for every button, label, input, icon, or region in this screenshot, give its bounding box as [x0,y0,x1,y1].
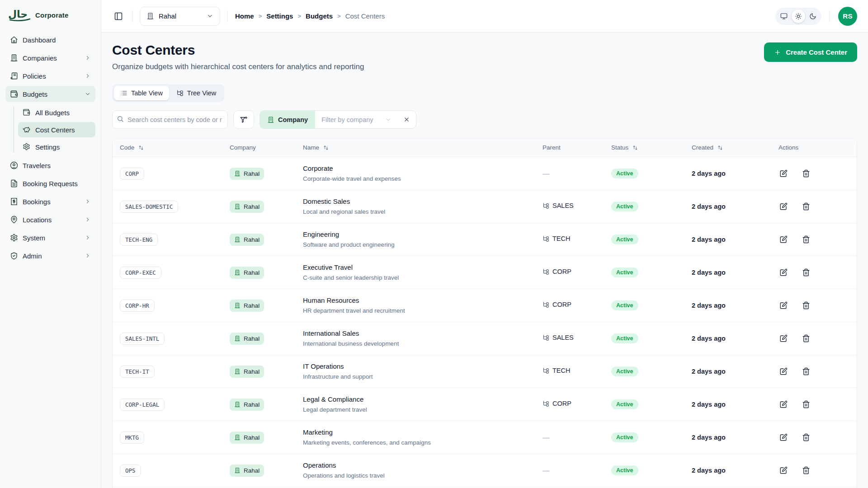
breadcrumb-budgets[interactable]: Budgets [306,12,333,20]
sidebar-item-budgets[interactable]: Budgets [5,86,95,102]
column-header-name[interactable]: Name [296,138,535,157]
delete-button[interactable] [801,235,811,244]
delete-button[interactable] [801,300,811,310]
sidebar-item-policies[interactable]: Policies [5,68,95,84]
cell-status: Active [604,366,684,376]
breadcrumb-settings[interactable]: Settings [266,12,293,20]
cell-actions [771,366,857,376]
sort-icon[interactable] [632,145,638,151]
delete-button[interactable] [801,267,811,277]
column-header-label: Created [692,144,713,151]
sidebar-item-cost-centers[interactable]: Cost Centers [18,122,95,137]
theme-dark-button[interactable] [806,9,820,23]
sidebar-item-booking-requests[interactable]: Booking Requests [5,175,95,192]
sidebar-item-bookings[interactable]: Bookings [5,193,95,210]
cell-code: SALES-DOMESTIC [113,201,222,213]
company-filter-chip-label: Company [278,116,308,123]
status-badge: Active [611,169,638,178]
edit-button[interactable] [778,169,788,178]
company-pill: Rahal [230,333,264,345]
parent-empty: — [542,466,549,474]
sidebar-item-label: Admin [23,252,80,260]
company-selector[interactable]: Rahal [140,7,220,26]
cost-center-description: Operations and logistics travel [303,472,528,480]
sidebar-item-system[interactable]: System [5,230,95,246]
edit-icon [779,433,788,441]
search-input[interactable] [112,110,228,129]
delete-button[interactable] [801,169,811,178]
cell-actions [771,202,857,211]
edit-button[interactable] [778,235,788,244]
edit-button[interactable] [778,333,788,343]
topbar-right: RS [775,7,857,26]
edit-button[interactable] [778,267,788,277]
cell-created: 2 days ago [684,467,771,474]
delete-button[interactable] [801,432,811,442]
gear-icon [10,234,18,242]
edit-button[interactable] [778,366,788,376]
sidebar-toggle-button[interactable] [112,10,125,23]
sidebar-item-companies[interactable]: Companies [5,50,95,66]
cell-actions [771,333,857,343]
cost-centers-table: CodeCompanyNameParentStatusCreatedAction… [112,138,857,488]
delete-button[interactable] [801,399,811,409]
breadcrumb-home[interactable]: Home [235,12,254,20]
parent-value: TECH [542,367,570,374]
topbar-divider [227,10,228,22]
delete-button[interactable] [801,465,811,475]
delete-button[interactable] [801,366,811,376]
plus-icon [774,49,781,56]
delete-button[interactable] [801,202,811,211]
cell-status: Active [604,465,684,475]
edit-button[interactable] [778,465,788,475]
building-icon [234,434,241,441]
sidebar-subgroup-budgets: All BudgetsCost CentersSettings [14,105,95,155]
breadcrumb-separator: > [259,13,262,19]
edit-button[interactable] [778,399,788,409]
sort-icon[interactable] [717,145,723,151]
edit-icon [779,367,788,375]
cell-name: CorporateCorporate-wide travel and expen… [296,164,535,183]
view-toggle: Table ViewTree View [112,84,224,102]
company-selector-label: Rahal [159,12,202,20]
view-toggle-tree-view[interactable]: Tree View [170,86,222,100]
theme-light-button[interactable] [792,9,805,23]
status-badge: Active [611,300,638,310]
table-row: CORP-EXECRahalExecutive TravelC-suite an… [113,256,857,289]
edit-button[interactable] [778,202,788,211]
column-header-code[interactable]: Code [113,138,222,157]
theme-system-button[interactable] [777,9,791,23]
cell-code: CORP [113,168,222,180]
create-cost-center-button[interactable]: Create Cost Center [764,42,857,62]
sort-icon[interactable] [138,145,144,151]
map-pin-icon [10,216,18,224]
cell-status: Active [604,169,684,178]
code-badge: TECH-IT [120,366,155,378]
sidebar-item-all-budgets[interactable]: All Budgets [18,105,95,120]
edit-button[interactable] [778,432,788,442]
clear-company-filter-button[interactable] [398,111,416,128]
column-header-status[interactable]: Status [604,138,684,157]
company-filter-select[interactable]: Filter by company [315,111,397,128]
sidebar-item-admin[interactable]: Admin [5,248,95,264]
company-pill-label: Rahal [244,302,259,309]
sidebar-item-locations[interactable]: Locations [5,211,95,228]
column-header-created[interactable]: Created [684,138,771,157]
user-avatar[interactable]: RS [838,7,857,26]
view-toggle-table-view[interactable]: Table View [114,86,169,100]
parent-value: CORP [542,268,571,275]
sidebar-item-settings[interactable]: Settings [18,139,95,155]
building-icon [234,302,241,309]
sidebar-item-dashboard[interactable]: Dashboard [5,32,95,48]
piggy-bank-icon [23,126,31,134]
sort-icon[interactable] [323,145,329,151]
view-toggle-label: Tree View [187,89,216,97]
building-icon [146,12,154,20]
sidebar-item-travelers[interactable]: Travelers [5,157,95,174]
parent-code: TECH [552,235,570,242]
edit-button[interactable] [778,300,788,310]
cell-name: Domestic SalesLocal and regional sales t… [296,197,535,216]
cell-code: OPS [113,465,222,477]
add-filter-button[interactable] [233,110,254,129]
delete-button[interactable] [801,333,811,343]
